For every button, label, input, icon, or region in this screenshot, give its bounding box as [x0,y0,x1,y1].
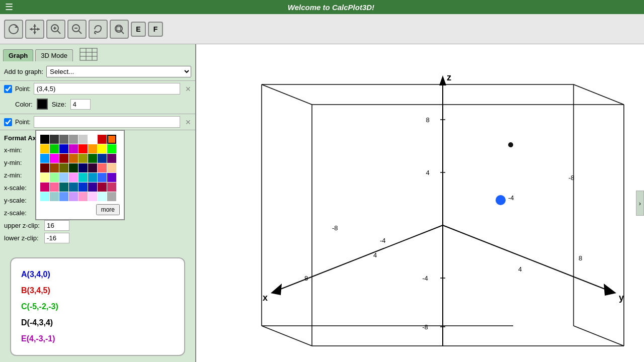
color-cell[interactable] [50,163,59,172]
rotate-tool[interactable] [4,20,23,39]
color-cell[interactable] [59,144,68,153]
color-cell[interactable] [98,183,107,192]
x-tick-neg8: -8 [569,174,575,182]
zoom-out-tool[interactable] [67,20,87,39]
color-cell[interactable] [107,135,116,144]
lower-zclip-label: lower z-clip: [4,234,44,242]
point1-input[interactable] [34,83,180,95]
topbar: ☰ Welcome to CalcPlot3D! [0,0,644,14]
color-cell[interactable] [40,192,49,201]
color-cell[interactable] [40,163,49,172]
color-cell[interactable] [69,154,78,163]
e-button[interactable]: E [131,22,146,37]
color-cell[interactable] [40,173,49,182]
color-cell[interactable] [50,183,59,192]
upper-zclip-input[interactable] [44,220,69,231]
lasso-tool[interactable] [89,20,108,39]
color-cell[interactable] [59,135,68,144]
color-cell[interactable] [50,154,59,163]
color-cell[interactable] [50,135,59,144]
color-cell[interactable] [59,183,68,192]
color-swatch-1[interactable] [37,99,48,110]
grid-icon[interactable] [79,47,98,63]
more-colors-button[interactable]: more [96,204,120,215]
color-cell[interactable] [50,173,59,182]
color-cell[interactable] [107,144,116,153]
color-cell[interactable] [59,173,68,182]
color-cell[interactable] [98,144,107,153]
color-cell[interactable] [88,135,97,144]
color-cell[interactable] [78,183,88,192]
color-cell[interactable] [40,144,49,153]
color-cell[interactable] [50,144,59,153]
canvas-area[interactable]: z x y 8 4 [196,44,644,362]
color-cell[interactable] [107,183,116,192]
color-cell[interactable] [98,163,107,172]
color-cell[interactable] [88,144,97,153]
point-blue[interactable] [496,195,506,205]
color-cell[interactable] [78,144,88,153]
point1-color-row: Color: Size: [0,97,195,114]
y-tick-neg8: -8 [332,224,338,232]
color-cell[interactable] [78,173,88,182]
lower-zclip-input[interactable] [44,233,69,243]
point2-input[interactable] [34,116,180,128]
color-cell[interactable] [69,173,78,182]
color-cell[interactable] [98,173,107,182]
color-cell[interactable] [78,192,88,201]
point1-delete[interactable]: ✕ [185,85,191,93]
svg-marker-6 [30,28,32,31]
point-black[interactable] [508,142,513,147]
color-cell[interactable] [50,192,59,201]
color-picker: more [35,130,125,220]
color-cell[interactable] [88,173,97,182]
3dmode-tab[interactable]: 3D Mode [35,49,73,61]
point2-label: Point: [15,119,31,126]
color-cell[interactable] [69,192,78,201]
add-graph-select[interactable]: Select... [46,66,191,77]
grid-svg [79,47,98,61]
right-panel: z x y 8 4 [196,44,644,362]
color-cell[interactable] [107,154,116,163]
color-cell[interactable] [78,154,88,163]
z-axis-label: z [447,72,451,82]
move-tool[interactable] [25,20,44,39]
color-cell[interactable] [88,183,97,192]
color-cell[interactable] [88,154,97,163]
coords-box: A(3,4,0) B(3,4,5) C(-5,-2,-3) D(-4,3,4) … [10,257,185,356]
point1-size-input[interactable] [70,99,91,110]
color-cell[interactable] [98,192,107,201]
color-cell[interactable] [69,163,78,172]
color-cell[interactable] [69,135,78,144]
svg-rect-23 [196,44,644,362]
point2-delete[interactable]: ✕ [185,118,191,126]
graph-tab[interactable]: Graph [3,49,33,61]
point2-checkbox[interactable] [4,118,12,126]
color-cell[interactable] [59,163,68,172]
color-cell[interactable] [107,173,116,182]
color-cell[interactable] [59,192,68,201]
color-cell[interactable] [40,135,49,144]
color-cell[interactable] [107,163,116,172]
color-cell[interactable] [59,154,68,163]
y-tick-8: 8 [579,254,582,262]
color-cell[interactable] [40,154,49,163]
color-cell[interactable] [88,163,97,172]
graph-svg: z x y 8 4 [196,44,644,362]
color-cell[interactable] [69,144,78,153]
collapse-arrow[interactable]: › [636,191,644,216]
color-cell[interactable] [78,163,88,172]
zoom-in-tool[interactable] [46,20,65,39]
color-cell[interactable] [98,154,107,163]
color-cell[interactable] [78,135,88,144]
point1-checkbox[interactable] [4,85,12,93]
menu-icon[interactable]: ☰ [5,2,13,13]
color-cell[interactable] [40,183,49,192]
color-cell[interactable] [98,135,107,144]
color-cell[interactable] [107,192,116,201]
color-cell[interactable] [88,192,97,201]
f-button[interactable]: F [148,22,163,37]
zoom-box-tool[interactable] [110,20,129,39]
z-tick-8: 8 [426,116,429,124]
color-cell[interactable] [69,183,78,192]
